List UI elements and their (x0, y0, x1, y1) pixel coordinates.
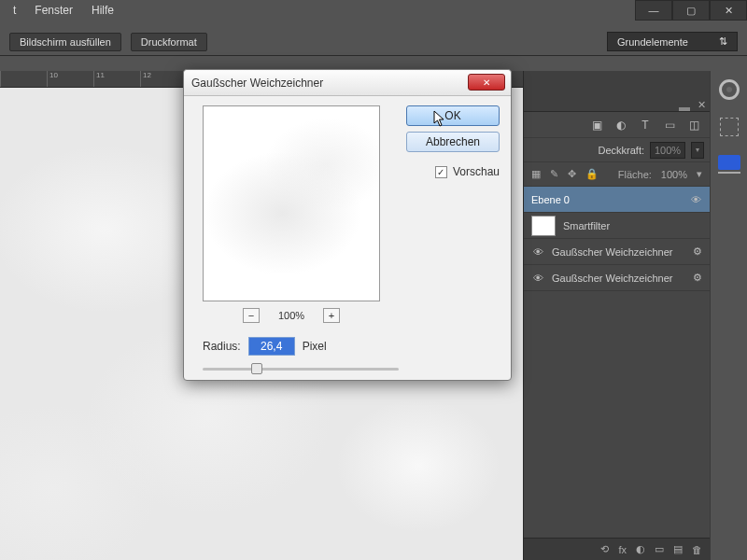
window-maximize-button[interactable]: ▢ (672, 0, 710, 21)
layer-row-ebene0[interactable]: Ebene 0 👁 (524, 187, 710, 213)
fill-screen-button[interactable]: Bildschirm ausfüllen (9, 33, 121, 51)
dialog-body: − 100% + Radius: Pixel OK Abbrechen ✓ Vo… (184, 96, 511, 380)
options-bar: Bildschirm ausfüllen Druckformat Grundel… (0, 28, 747, 56)
lock-move-icon[interactable]: ✥ (568, 168, 576, 180)
zoom-out-button[interactable]: − (243, 308, 260, 323)
filter-shape-icon[interactable]: ▭ (663, 119, 676, 132)
zoom-value: 100% (278, 310, 304, 321)
dialog-title: Gaußscher Weichzeichner (191, 77, 323, 90)
opacity-value[interactable]: 100% (650, 142, 685, 159)
chevron-updown-icon: ⇅ (719, 35, 727, 48)
swatch-icon[interactable] (711, 146, 747, 183)
workspace-dropdown[interactable]: Grundelemente ⇅ (607, 32, 738, 51)
layers-footer: ⟲ fx ◐ ▭ ▤ 🗑 (524, 538, 710, 560)
filter-image-icon[interactable]: ▣ (590, 119, 603, 132)
smartfilter-label: Smartfilter (563, 220, 610, 231)
filter-type-icon[interactable]: T (639, 119, 652, 132)
lock-brush-icon[interactable]: ✎ (550, 168, 558, 180)
radius-label: Radius: (203, 340, 241, 353)
radius-input[interactable] (248, 337, 295, 356)
filter-settings-icon[interactable]: ⚙ (693, 245, 702, 258)
fill-dropdown-icon[interactable]: ▾ (697, 168, 702, 180)
radius-row: Radius: Pixel (203, 337, 327, 356)
workspace-dropdown-label: Grundelemente (617, 36, 688, 48)
fill-value[interactable]: 100% (661, 169, 687, 180)
visibility-eye-icon[interactable]: 👁 (531, 273, 544, 284)
smartfilter-row[interactable]: Smartfilter (524, 213, 710, 239)
fill-label: Fläche: (618, 169, 652, 180)
filter-smart-icon[interactable]: ◫ (687, 119, 700, 132)
menu-item-hilfe[interactable]: Hilfe (82, 4, 123, 17)
layer-name: Ebene 0 (531, 194, 570, 205)
menu-item-truncated[interactable]: t (4, 4, 25, 17)
panel-close-icon[interactable]: ✕ (698, 99, 706, 111)
new-group-icon[interactable]: ▭ (655, 543, 664, 555)
preview-checkbox-row[interactable]: ✓ Vorschau (435, 165, 500, 178)
opacity-label: Deckkraft: (598, 145, 644, 156)
cancel-button[interactable]: Abbrechen (406, 132, 500, 152)
slider-track (203, 368, 399, 371)
opacity-row: Deckkraft: 100% ▾ (524, 138, 710, 162)
filter-name: Gaußscher Weichzeichner (552, 246, 672, 258)
lock-all-icon[interactable]: 🔒 (585, 168, 599, 180)
ruler-tick (0, 71, 47, 87)
lock-pixels-icon[interactable]: ▦ (531, 168, 541, 180)
transform-icon[interactable] (711, 108, 747, 146)
menubar: t Fenster Hilfe (0, 0, 635, 21)
preview-checkbox[interactable]: ✓ (435, 166, 447, 178)
dialog-titlebar[interactable]: Gaußscher Weichzeichner ✕ (184, 70, 511, 96)
window-controls: — ▢ ✕ (635, 0, 747, 21)
filter-name: Gaußscher Weichzeichner (552, 273, 672, 284)
radius-slider[interactable] (203, 361, 399, 376)
visibility-eye-icon[interactable]: 👁 (689, 194, 702, 205)
filter-row-2[interactable]: 👁 Gaußscher Weichzeichner ⚙ (524, 265, 710, 291)
zoom-row: − 100% + (203, 305, 380, 326)
zoom-in-button[interactable]: + (323, 308, 340, 323)
panel-tabbar: ✕ (524, 71, 710, 112)
gaussian-blur-dialog: Gaußscher Weichzeichner ✕ − 100% + Radiu… (183, 69, 512, 381)
print-format-button[interactable]: Druckformat (131, 33, 207, 51)
right-toolbar (710, 71, 747, 560)
filter-preview[interactable] (203, 105, 380, 301)
panel-filter-icons: ▣ ◐ T ▭ ◫ (524, 112, 710, 138)
window-close-button[interactable]: ✕ (710, 0, 747, 21)
new-layer-icon[interactable]: ▤ (673, 543, 683, 555)
ruler-tick: 12 (140, 71, 187, 87)
ruler-tick: 10 (47, 71, 93, 87)
ok-button[interactable]: OK (406, 105, 500, 126)
panel-tab-indicator[interactable] (679, 107, 690, 111)
filter-adjust-icon[interactable]: ◐ (614, 119, 627, 132)
trash-icon[interactable]: 🗑 (692, 544, 702, 555)
window-minimize-button[interactable]: — (635, 0, 672, 21)
visibility-eye-icon[interactable]: 👁 (531, 246, 544, 258)
preview-checkbox-label: Vorschau (453, 165, 500, 178)
dialog-buttons: OK Abbrechen (406, 105, 500, 152)
smartfilter-mask-thumb[interactable] (531, 216, 556, 236)
menu-item-fenster[interactable]: Fenster (25, 4, 82, 17)
dialog-close-button[interactable]: ✕ (468, 74, 505, 91)
ruler-tick: 11 (93, 71, 140, 87)
opacity-dropdown-icon[interactable]: ▾ (691, 142, 704, 159)
link-layers-icon[interactable]: ⟲ (600, 543, 609, 555)
color-wheel-icon[interactable] (711, 71, 747, 108)
slider-thumb[interactable] (251, 363, 262, 374)
mask-icon[interactable]: ◐ (636, 543, 645, 555)
filter-settings-icon[interactable]: ⚙ (693, 272, 702, 284)
radius-unit: Pixel (303, 340, 327, 353)
fx-icon[interactable]: fx (618, 544, 627, 555)
lock-row: ▦ ✎ ✥ 🔒 Fläche: 100% ▾ (524, 162, 710, 187)
layers-panel: ✕ ▣ ◐ T ▭ ◫ Deckkraft: 100% ▾ ▦ ✎ ✥ 🔒 Fl… (523, 71, 710, 560)
filter-row-1[interactable]: 👁 Gaußscher Weichzeichner ⚙ (524, 239, 710, 265)
